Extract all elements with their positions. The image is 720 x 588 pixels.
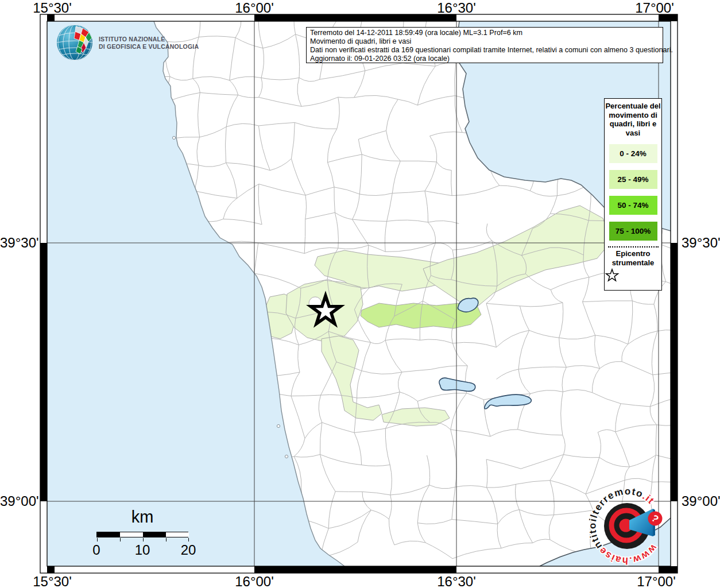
boundary-line: [691, 421, 694, 465]
boundary-line: [32, 133, 36, 161]
axis-label-top-2: 16°30': [437, 0, 476, 16]
axis-label-top-3: 17°00': [635, 0, 674, 16]
boundary-line: [696, 21, 699, 38]
axis-label-left-1: 39°00': [0, 493, 37, 509]
scale-tick-label-10: 10: [135, 542, 150, 558]
coast-marker: [172, 136, 175, 139]
boundary-line: [681, 396, 692, 421]
boundary-line: [522, 3, 559, 8]
boundary-line: [27, 288, 32, 313]
scale-tick-label-20: 20: [181, 542, 196, 558]
boundary-line: [690, 38, 699, 64]
legend: Percentuale del movimento di quadri, lib…: [604, 98, 662, 291]
page-root: ? www.haisentitoilterremoto.it 15°30' 16…: [0, 0, 720, 588]
scale-bar: km 0 10 20: [96, 508, 188, 557]
legend-title: Percentuale del movimento di quadri, lib…: [605, 102, 661, 137]
boundary-line: [335, 492, 362, 492]
coast-marker: [285, 455, 288, 458]
boundary-line: [690, 335, 694, 370]
info-line-updated: Aggiornato il: 09-01-2026 03:52 (ora loc…: [310, 55, 663, 63]
boundary-line: [681, 370, 694, 396]
axis-label-top-0: 15°30': [33, 0, 72, 16]
boundary-line: [402, 6, 430, 8]
legend-star: [605, 268, 661, 282]
boundary-line: [26, 16, 39, 33]
coast-marker: [277, 424, 280, 427]
boundary-line: [679, 64, 690, 108]
map-inner: [25, 3, 699, 566]
axis-label-bottom-0: 15°30': [33, 574, 72, 588]
legend-swatch-3: 75 - 100%: [609, 222, 657, 241]
axis-label-right-0: 39°30': [682, 235, 720, 251]
map-canvas: ? www.haisentitoilterremoto.it: [0, 0, 720, 588]
legend-divider: [608, 246, 659, 247]
boundary-line: [25, 360, 41, 405]
axis-label-bottom-3: 17°00': [637, 574, 676, 588]
axis-label-top-1: 16°00': [235, 0, 274, 16]
legend-swatch-2: 50 - 74%: [609, 196, 657, 215]
scale-tick-label-0: 0: [92, 542, 100, 558]
boundary-line: [691, 465, 694, 485]
boundary-line: [681, 287, 695, 314]
info-line-movement: Movimento di quadri, libri e vasi: [310, 37, 663, 46]
legend-swatch-1: 25 - 49%: [609, 170, 657, 189]
ingv-name: ISTITUTO NAZIONALE DI GEOFISICA E VULCAN…: [99, 36, 199, 51]
axis-label-bottom-2: 16°30': [437, 574, 476, 588]
axis-label-left-0: 39°30': [0, 235, 37, 251]
axis-label-bottom-1: 16°00': [235, 574, 274, 588]
scale-unit-label: km: [96, 508, 188, 527]
boundary-line: [25, 434, 34, 459]
boundary-line: [694, 122, 698, 154]
scale-bar-segments: [96, 532, 188, 537]
ingv-globe-icon: [57, 25, 92, 60]
info-box: Terremoto del 14-12-2011 18:59:49 (ora l…: [306, 27, 663, 63]
boundary-line: [25, 405, 34, 434]
boundary-line: [32, 161, 34, 197]
boundary-line: [164, 4, 199, 8]
info-line-data: Dati non verificati estratti da 169 ques…: [310, 46, 663, 55]
boundary-line: [687, 181, 698, 229]
legend-swatch-0: 0 - 24%: [609, 144, 657, 163]
boundary-line: [29, 511, 37, 555]
legend-epicenter-label: Epicentro strumentale: [605, 249, 661, 267]
info-line-event: Terremoto del 14-12-2011 18:59:49 (ora l…: [310, 29, 663, 37]
boundary-line: [25, 459, 29, 495]
ingv-name-line1: ISTITUTO NAZIONALE: [99, 36, 199, 43]
boundary-line: [692, 516, 693, 554]
ingv-name-line2: DI GEOFISICA E VULCANOLOGIA: [99, 43, 199, 51]
boundary-line: [199, 8, 241, 13]
axis-label-right-1: 39°00': [682, 493, 720, 509]
star-icon: [605, 268, 620, 282]
boundary-line: [681, 314, 690, 335]
